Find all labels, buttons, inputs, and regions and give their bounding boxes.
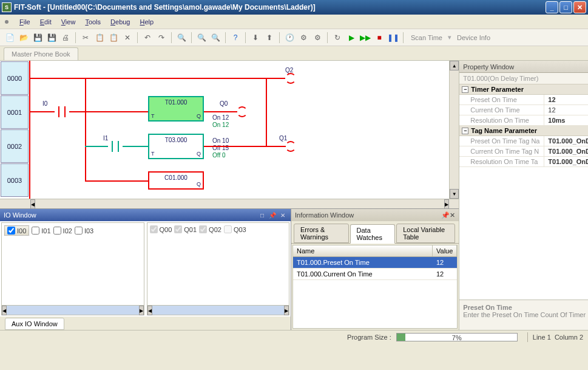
rung-number[interactable]: 0003 [1, 163, 29, 197]
io-scrollbar[interactable]: ◀▶ [2, 305, 144, 315]
menu-file[interactable]: File [15, 17, 35, 27]
menu-edit[interactable]: Edit [35, 17, 56, 27]
open-icon[interactable]: 📂 [18, 32, 30, 44]
print-icon[interactable]: 🖨 [59, 32, 72, 44]
pin-icon[interactable]: 📌 [268, 212, 277, 219]
coil[interactable] [285, 141, 296, 152]
label: On 12 [212, 114, 229, 121]
property-row[interactable]: Preset On Time12 [459, 95, 588, 105]
io-input-i03[interactable]: I03 [75, 225, 93, 236]
io-input-i02[interactable]: I02 [53, 225, 72, 236]
status-column: Column 2 [555, 334, 583, 341]
rung-number[interactable]: 0000 [1, 61, 29, 95]
gear-icon[interactable]: ⚙ [297, 32, 309, 44]
tab-local-variable-table[interactable]: Local Variable Table [396, 224, 455, 243]
menu-view[interactable]: View [56, 17, 81, 27]
info-window-header: Information Window 📌 ✕ [291, 209, 459, 221]
property-row[interactable]: Resolution On Time10ms [459, 115, 588, 126]
data-watches-table: Name Value T01.000.Preset On Time12 T01.… [292, 245, 458, 329]
scroll-up-icon[interactable]: ▲ [450, 61, 459, 70]
play-icon[interactable]: ▶ [345, 32, 357, 44]
contact[interactable] [108, 141, 123, 152]
timer-block[interactable]: T01.000 T Q [148, 96, 204, 122]
menu-tools[interactable]: Tools [80, 17, 106, 27]
io-output-q02[interactable]: Q02 [199, 225, 221, 233]
collapse-icon[interactable]: − [462, 86, 468, 93]
io-input-i01[interactable]: I01 [32, 225, 50, 236]
collapse-icon[interactable]: − [462, 128, 468, 134]
copy-icon[interactable]: 📋 [93, 32, 106, 44]
pause-icon[interactable]: ❚❚ [387, 32, 399, 44]
undo-icon[interactable]: ↶ [141, 32, 154, 44]
menu-debug[interactable]: Debug [106, 17, 135, 27]
program-size-progress: 7% [396, 333, 518, 341]
close-button[interactable]: ✕ [573, 1, 586, 13]
coil[interactable] [285, 73, 296, 84]
device-info-button[interactable]: Device Info [453, 34, 494, 41]
minimize-button[interactable]: _ [546, 1, 558, 13]
scan-time-button[interactable]: Scan Time [407, 34, 446, 41]
saveall-icon[interactable]: 💾 [46, 32, 58, 44]
horizontal-scrollbar[interactable]: ◀ ▶ [0, 199, 459, 208]
property-row[interactable]: Preset On Time Tag NaT01.000_OnDelayTime… [459, 136, 588, 146]
scroll-left-icon[interactable]: ◀ [30, 199, 35, 209]
property-category[interactable]: −Tag Name Parameter [459, 126, 588, 136]
property-row[interactable]: Resolution On Time TaT01.000_OnDelayTime… [459, 157, 588, 167]
stop-icon[interactable]: ■ [373, 32, 385, 44]
io-output-q03[interactable]: Q03 [224, 225, 246, 233]
delete-icon[interactable]: ✕ [121, 32, 133, 44]
fast-icon[interactable]: ▶▶ [359, 32, 371, 44]
vertical-scrollbar[interactable]: ▲ ▼ [449, 61, 459, 199]
timer-block[interactable]: T03.000 T Q [148, 134, 204, 159]
table-row[interactable]: T01.000.Current On Time12 [293, 269, 457, 280]
property-row[interactable]: Current On Time Tag NT01.000_OnDelayTime… [459, 146, 588, 157]
zoomout-icon[interactable]: 🔍 [209, 32, 221, 44]
upload-icon[interactable]: ⬆ [263, 32, 275, 44]
property-category[interactable]: −Timer Parameter [459, 84, 588, 95]
refresh-icon[interactable]: ↻ [331, 32, 343, 44]
menu-help[interactable]: Help [135, 17, 159, 27]
cut-icon[interactable]: ✂ [79, 32, 92, 44]
status-line: Line 1 [533, 334, 551, 341]
find-icon[interactable]: 🔍 [175, 32, 188, 44]
paste-icon[interactable]: 📋 [107, 32, 120, 44]
property-row[interactable]: Current On Time12 [459, 105, 588, 115]
redo-icon[interactable]: ↷ [155, 32, 167, 44]
property-grid: −Timer Parameter Preset On Time12 Curren… [459, 84, 588, 300]
property-selector[interactable]: T01.000(On Delay Timer) [459, 73, 588, 84]
counter-block[interactable]: C01.000 Q [148, 171, 204, 190]
io-output-q01[interactable]: Q01 [174, 225, 197, 233]
ladder-editor[interactable]: 0000 0001 0002 0003 Q2 I0 T01.000 T [0, 61, 459, 199]
io-window-header: IO Window □ 📌 ✕ [0, 209, 291, 221]
tab-data-watches[interactable]: Data Watches [350, 224, 396, 244]
close-icon[interactable]: ✕ [279, 212, 287, 219]
help-icon[interactable]: ? [229, 32, 242, 44]
close-icon[interactable]: ✕ [450, 211, 455, 219]
pin-icon[interactable]: 📌 [441, 211, 450, 219]
io-scrollbar[interactable]: ◀▶ [147, 305, 289, 315]
scroll-down-icon[interactable]: ▼ [450, 189, 459, 199]
zoomin-icon[interactable]: 🔍 [195, 32, 208, 44]
clock-icon[interactable]: 🕐 [283, 32, 296, 44]
coil[interactable] [237, 106, 248, 117]
table-row[interactable]: T01.000.Preset On Time12 [293, 257, 457, 269]
rung-number[interactable]: 0001 [1, 95, 29, 129]
tab-master-phone-book[interactable]: Master Phone Book [4, 47, 78, 60]
new-icon[interactable]: 📄 [4, 32, 16, 44]
save-icon[interactable]: 💾 [32, 32, 44, 44]
column-value[interactable]: Value [433, 245, 457, 256]
scroll-right-icon[interactable]: ▶ [444, 199, 449, 209]
label: Q0 [220, 100, 228, 107]
rung-number[interactable]: 0002 [1, 129, 29, 163]
document-tabs: Master Phone Book [0, 46, 588, 61]
column-name[interactable]: Name [293, 245, 433, 256]
dock-icon[interactable]: □ [258, 212, 266, 219]
io-output-q00[interactable]: Q00 [150, 225, 172, 233]
maximize-button[interactable]: □ [559, 1, 572, 13]
contact[interactable] [55, 106, 69, 117]
io-input-i00[interactable]: I00 [4, 225, 29, 236]
settings-icon[interactable]: ⚙ [311, 32, 323, 44]
tab-aux-io[interactable]: Aux IO Window [5, 318, 64, 330]
download-icon[interactable]: ⬇ [249, 32, 262, 44]
tab-errors-warnings[interactable]: Errors & Warnings [294, 224, 349, 243]
